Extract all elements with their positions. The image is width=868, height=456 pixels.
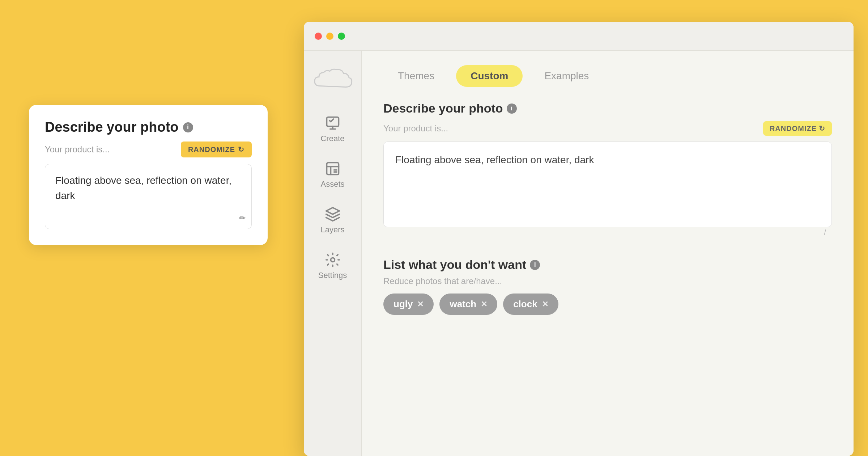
traffic-light-red[interactable] [315, 33, 322, 40]
dont-want-title: List what you don't want i [383, 258, 832, 272]
floating-card-edit-icon: ✏ [239, 214, 246, 223]
tag-clock-close-icon[interactable]: ✕ [542, 300, 548, 309]
traffic-light-green[interactable] [338, 33, 345, 40]
floating-card-randomize-button[interactable]: RANDOMIZE ↻ [181, 142, 252, 157]
title-bar [304, 22, 854, 51]
floating-card-randomize-icon: ↻ [238, 145, 244, 154]
randomize-icon: ↻ [819, 124, 825, 133]
tag-clock[interactable]: clock ✕ [503, 294, 558, 315]
randomize-label: RANDOMIZE [770, 124, 817, 133]
tag-watch[interactable]: watch ✕ [439, 294, 497, 315]
tag-clock-label: clock [513, 299, 537, 310]
describe-textarea-container: / [383, 142, 832, 243]
settings-icon [325, 252, 341, 268]
sidebar-item-settings-label: Settings [318, 271, 347, 280]
tag-ugly[interactable]: ugly ✕ [383, 294, 434, 315]
describe-subtitle-text: Your product is... [383, 123, 448, 134]
dont-want-subtitle: Reduce photos that are/have... [383, 276, 832, 286]
tag-ugly-close-icon[interactable]: ✕ [417, 300, 424, 309]
tag-watch-label: watch [450, 299, 476, 310]
svg-point-2 [331, 258, 335, 262]
traffic-light-yellow[interactable] [326, 33, 333, 40]
textarea-edit-icon: / [824, 228, 826, 237]
floating-card-subtitle-row: Your product is... RANDOMIZE ↻ [45, 142, 252, 157]
sidebar-item-create[interactable]: Create [307, 108, 358, 151]
tab-examples[interactable]: Examples [530, 65, 603, 87]
describe-textarea[interactable] [383, 142, 832, 227]
app-body: Create Assets Layers [304, 51, 854, 456]
sidebar-item-layers[interactable]: Layers [307, 199, 358, 242]
floating-card-info-icon[interactable]: i [183, 122, 193, 132]
floating-card-textarea-wrapper: Floating above sea, reflection on water,… [45, 164, 252, 229]
sidebar-item-assets-label: Assets [320, 180, 344, 189]
app-window: Create Assets Layers [304, 22, 854, 456]
tab-themes[interactable]: Themes [383, 65, 449, 87]
tab-custom[interactable]: Custom [456, 65, 523, 87]
sidebar-item-create-label: Create [320, 134, 344, 143]
floating-card: Describe your photo i Your product is...… [29, 105, 268, 245]
floating-card-textarea-text: Floating above sea, reflection on water,… [55, 173, 241, 203]
tags-row: ugly ✕ watch ✕ clock ✕ [383, 294, 832, 315]
dont-want-section: List what you don't want i Reduce photos… [383, 258, 832, 315]
dont-want-title-text: List what you don't want [383, 258, 526, 272]
create-icon [325, 115, 341, 131]
floating-card-title: Describe your photo i [45, 119, 252, 135]
randomize-button[interactable]: RANDOMIZE ↻ [763, 121, 832, 136]
assets-icon [325, 161, 341, 177]
describe-title-text: Describe your photo [383, 101, 503, 115]
sidebar-item-assets[interactable]: Assets [307, 153, 358, 196]
floating-card-title-text: Describe your photo [45, 119, 179, 135]
tag-ugly-label: ugly [393, 299, 413, 310]
floating-card-randomize-label: RANDOMIZE [188, 145, 235, 154]
describe-section-title: Describe your photo i [383, 101, 832, 115]
describe-subtitle-row: Your product is... RANDOMIZE ↻ [383, 121, 832, 136]
main-content: Themes Custom Examples Describe your pho… [362, 51, 854, 456]
cloud-logo-svg [311, 65, 354, 94]
svg-rect-1 [327, 163, 339, 175]
layers-icon [325, 206, 341, 222]
tag-watch-close-icon[interactable]: ✕ [481, 300, 487, 309]
sidebar-item-settings[interactable]: Settings [307, 245, 358, 287]
sidebar-item-layers-label: Layers [320, 225, 344, 235]
tab-bar: Themes Custom Examples [383, 65, 832, 87]
logo-area [304, 58, 361, 105]
describe-info-icon[interactable]: i [507, 104, 517, 114]
sidebar: Create Assets Layers [304, 51, 362, 456]
floating-card-subtitle-text: Your product is... [45, 144, 110, 155]
svg-rect-0 [327, 117, 339, 127]
dont-want-info-icon[interactable]: i [530, 260, 540, 270]
